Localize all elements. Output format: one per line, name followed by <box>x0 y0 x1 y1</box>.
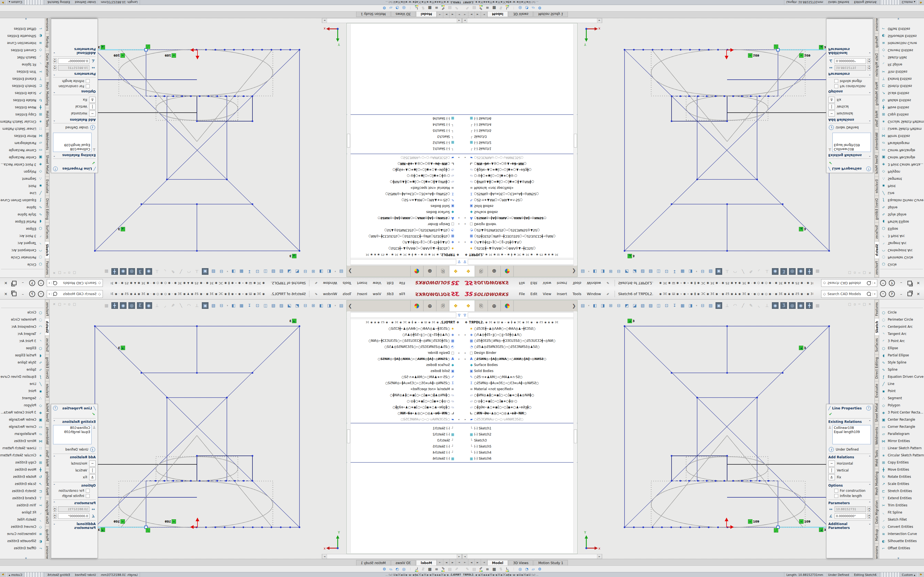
headsup-toolbar-icon[interactable]: ▦ <box>680 303 686 309</box>
minimize-button[interactable]: – <box>19 292 26 296</box>
commandmanager-tab[interactable]: Mold Tools <box>45 108 49 130</box>
document-window-control-icon[interactable]: ✕ <box>53 302 55 306</box>
tree-row[interactable]: ▸ A ○Ƨ5ИN◎∘╋A╋◎ИNA○∘○ANИ◎╋A╋∘◎NИ5Ƨ○ <box>347 356 462 362</box>
sketch-tool-item[interactable]: ≋ Intersection Curve <box>879 530 924 537</box>
headsup-toolbar-icon[interactable]: ◨ <box>600 303 606 309</box>
sketch-tool-item[interactable]: ◜ 3 Point Arc <box>879 337 924 345</box>
headsup-toolbar-icon[interactable]: ◉ <box>120 302 126 309</box>
tree-row-expand-icon[interactable]: ▸ <box>465 156 468 159</box>
sketch-tool-item[interactable]: ▣ Center Rectangle <box>879 416 924 423</box>
fix-relation-badge[interactable]: ◪ 3 <box>98 45 105 50</box>
scroll-left-icon[interactable]: ◄ <box>457 18 462 23</box>
sketch-tool-item[interactable]: ⋈ Mirror Entities <box>879 132 924 140</box>
headsup-toolbar-icon[interactable]: ▾ <box>695 268 698 274</box>
headsup-toolbar-icon[interactable]: Ʒ <box>780 268 787 275</box>
tree-row[interactable]: ▸ A ○Ƨ5ИN◎∘╋A╋◎ИNA○∘○ANИ◎╋A╋∘◎NИ5Ƨ○ <box>462 215 577 221</box>
headsup-toolbar-icon[interactable]: ◉ <box>145 268 152 275</box>
document-tab[interactable]: Model <box>487 11 508 17</box>
tree-row[interactable]: ▦ ○Ƨ5╋3ƐƧ5○ИN◎∘╋Ɔ3ƐU35Ƨ○∘○Ƨ53UƐ3Ɔ╋∘◎NИ○ <box>347 233 462 239</box>
headsup-toolbar-icon[interactable]: ⊥ <box>194 268 200 274</box>
menu-item[interactable]: Insert <box>554 280 570 286</box>
sketch-tool-item[interactable]: ∿ Style Spline <box>0 211 45 218</box>
tree-row[interactable] <box>462 462 577 464</box>
tree-row[interactable]: ◔ ○Ƨ5♟◎Ƨ5ИN3ƐƧ5○∘○Ƨ5Ɛ3NИ5Ƨ◎♟5Ƨ○ <box>347 227 462 233</box>
scroll-right-icon[interactable]: ► <box>322 18 327 23</box>
sketch-tool-item[interactable]: ◖ Partial Ellipse <box>0 218 45 225</box>
existing-relations-list[interactable]: Collinear108Equal length109 <box>832 425 871 444</box>
ok-check-icon[interactable]: ✔ <box>53 412 95 417</box>
sketch-tool-item[interactable]: ◠ Centerpoint Arc <box>879 323 924 330</box>
tree-row-expand-icon[interactable]: ▸ <box>465 241 468 244</box>
tree-row[interactable]: ▸ ▰ ○Ƨ53ƐИNA∪·○∘○·∪ANИƐ35Ƨ○ <box>462 155 577 161</box>
fix-relation-badge[interactable]: ◪ 3 <box>118 227 125 231</box>
commandmanager-tab[interactable]: Sketch <box>45 242 49 259</box>
headsup-toolbar-icon[interactable]: ▤ <box>580 303 586 309</box>
bottom-toolbar-icon[interactable]: ◔ <box>396 567 399 571</box>
search-input[interactable]: Search CAD Models <box>59 281 97 285</box>
headsup-toolbar-icon[interactable]: ◉ <box>772 268 779 275</box>
tree-row[interactable]: ◆ Surface Bodies <box>462 362 577 368</box>
bottom-toolbar-icon[interactable]: ⋮ <box>409 6 412 10</box>
sketch-tool-item[interactable]: ○ Circle <box>0 261 45 268</box>
angle-field[interactable]: 0.00000000° <box>835 513 866 519</box>
headsup-toolbar-icon[interactable]: ▨ <box>210 268 216 274</box>
collapse-icon[interactable]: ⌃ <box>53 72 55 76</box>
commandmanager-tab[interactable]: Weldments <box>875 424 879 447</box>
sketch-tool-item[interactable]: ◠ Centerpoint Arc <box>0 323 45 330</box>
headsup-toolbar-icon[interactable]: ▦ <box>814 268 821 274</box>
menu-item[interactable]: File <box>396 291 408 297</box>
tree-row[interactable]: Σ ○Ƨ5ИN◎∘╋A∪¤3Ɛ○∘○Ɛ3¤∪A╋∘◎NИ5Ƨ○ <box>347 191 462 197</box>
tree-row[interactable]: ▸ A ○Ƨ5ИN◎∘╋A╋◎ИNA○∘○ANИ◎╋A╋∘◎NИ5Ƨ○ <box>462 356 577 362</box>
angle-stepper[interactable]: ▲▼ <box>867 58 871 64</box>
commandmanager-tab[interactable]: Surfaces <box>875 222 879 242</box>
sketch-tool-item[interactable]: ◟ Fit Spline <box>879 509 924 516</box>
headsup-toolbar-icon[interactable]: ◉ <box>145 302 152 309</box>
headsup-toolbar-icon[interactable]: ◉ <box>772 302 779 309</box>
sketch-tool-item[interactable]: ⊤ Extend Entities <box>879 75 924 82</box>
document-window-control-icon[interactable]: □ <box>58 302 61 306</box>
sketch-tool-item[interactable]: ⋈ Mirror Entities <box>0 437 45 445</box>
collapse-icon[interactable]: ⌃ <box>869 118 871 122</box>
sketch-tool-item[interactable]: ⊤ Extend Entities <box>0 75 45 82</box>
menu-item[interactable]: Insert <box>354 291 370 297</box>
collapse-icon[interactable]: ⌃ <box>53 90 55 93</box>
headsup-toolbar-icon[interactable]: ╱ <box>178 303 184 309</box>
bottom-toolbar-icon[interactable]: ∟ <box>415 5 418 11</box>
search-icon[interactable] <box>53 281 57 285</box>
headsup-toolbar-icon[interactable]: ▦ <box>103 268 110 274</box>
user-account-icon[interactable]: ᴖ <box>38 291 44 297</box>
sketch-tool-item[interactable]: ▣ Center Rectangle <box>0 416 45 423</box>
commandmanager-tab[interactable]: Direct Editing <box>45 355 49 381</box>
sketch-tool-item[interactable]: ≋ Intersection Curve <box>0 530 45 537</box>
sketch-tool-item[interactable]: ◐ Silhouette Entities <box>0 32 45 40</box>
bottom-toolbar-icon[interactable]: ✎ <box>466 567 469 571</box>
bottom-toolbar-icon[interactable]: ⇅ <box>422 567 425 571</box>
tree-row[interactable]: ▦ ○Ƨ5╋3ƐƧ5○ИN◎∘╋Ɔ3ƐU35Ƨ○∘○Ƨ53UƐ3Ɔ╋∘◎NИ○ <box>347 338 462 344</box>
sketch-tool-item[interactable]: ▭ Corner Rectangle <box>879 423 924 430</box>
commandmanager-tab[interactable]: Evaluate <box>875 381 879 400</box>
sketch-tool-item[interactable]: ◐ Silhouette Entities <box>0 537 45 545</box>
sketch-tool-item[interactable]: ◟ Fit Spline <box>0 61 45 68</box>
tree-row[interactable]: └ (-) Sketch5 <box>462 443 577 450</box>
existing-relation-item[interactable]: Collinear108 <box>55 147 90 151</box>
sketch-tool-item[interactable]: ∷ Linear Sketch Pattern <box>0 125 45 132</box>
document-tab[interactable]: Motion Study 1 <box>356 11 391 17</box>
menu-item[interactable]: Window <box>584 280 604 286</box>
document-window-control-icon[interactable]: ▫ <box>854 302 856 306</box>
tree-row[interactable]: ▱ ○·◎╋○∗◉[○∘○]◉∗○╋◎·○ <box>462 173 577 179</box>
horizontal-scrollbar[interactable]: ◄ ► <box>322 18 462 23</box>
headsup-toolbar-icon[interactable]: ◨ <box>600 268 606 274</box>
tree-expand-arrow-icon[interactable]: ❯ <box>570 300 577 311</box>
checkbox[interactable] <box>86 84 90 88</box>
menu-item[interactable]: View <box>370 291 384 297</box>
tree-row[interactable]: └ (-) Sketch1 <box>347 425 462 431</box>
document-window-control-icon[interactable]: ✕ <box>869 271 871 275</box>
menu-item[interactable]: Edit <box>528 280 540 286</box>
sketch-tool-item[interactable]: ⋈ Mirror Entities <box>879 437 924 445</box>
sketch-tool-item[interactable]: ◖ Partial Ellipse <box>0 352 45 359</box>
search-dropdown-icon[interactable]: ▾ <box>48 282 52 285</box>
equal-relation-badge[interactable]: = 109 <box>113 53 125 58</box>
tree-row[interactable]: ▱ ○╋ƺƏe∘♟○∗◉[○∘○]◉∗○♟∘eƏƺ╋○ <box>347 167 462 173</box>
tree-scrollbar[interactable] <box>573 311 577 553</box>
tree-row[interactable]: └ Sketch3 <box>347 437 462 443</box>
